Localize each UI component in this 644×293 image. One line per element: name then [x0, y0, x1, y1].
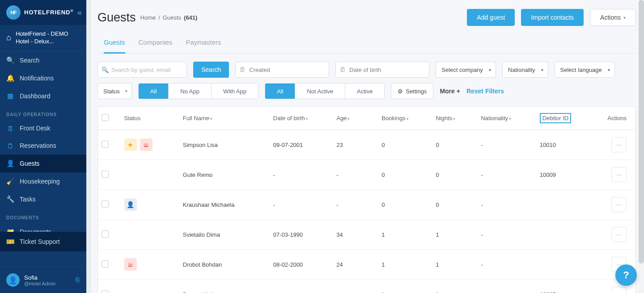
brand-logo[interactable]: HF HOTELFRIEND®	[6, 5, 77, 20]
table-row[interactable]: Gute Remo - - 0 0 - 10009 ⋯	[98, 160, 636, 190]
row-checkbox[interactable]	[102, 260, 109, 268]
seg-with-app[interactable]: With App	[212, 84, 258, 99]
seg-not-active[interactable]: Not Active	[295, 84, 345, 99]
seg-active[interactable]: Active	[345, 84, 384, 99]
language-select[interactable]: Select language	[555, 62, 615, 78]
cell-nights: 0	[432, 130, 477, 160]
tab-companies[interactable]: Companies	[139, 33, 173, 53]
sidebar-item-reservations[interactable]: 🗒 Reservations	[0, 137, 86, 155]
seg-no-app[interactable]: No App	[169, 84, 212, 99]
search-icon: 🔍	[102, 67, 109, 73]
cell-age: 34	[333, 220, 378, 250]
sidebar-item-notifications[interactable]: 🔔 Notifications	[0, 69, 86, 87]
scrollbar-thumb[interactable]	[639, 0, 644, 264]
collapse-sidebar-button[interactable]: «	[77, 8, 82, 17]
cell-debitor: 10009	[536, 160, 595, 190]
cell-nationality: -	[477, 130, 536, 160]
sidebar-item-dashboard[interactable]: ▦ Dashboard	[0, 87, 86, 105]
table-row[interactable]: 👤 Kraushaar Michaela - - 0 0 - ⋯	[98, 190, 636, 220]
row-actions-button[interactable]: ⋯	[611, 137, 627, 152]
sidebar-item-front-desk[interactable]: 🗓 Front Desk	[0, 120, 86, 137]
help-fab[interactable]: ?	[615, 264, 637, 286]
bell-badge-icon: 🛎	[140, 138, 153, 151]
cell-debitor	[536, 250, 595, 280]
select-all-checkbox[interactable]	[102, 114, 109, 121]
col-debitor[interactable]: Debitor ID	[536, 107, 595, 130]
seg-all-app[interactable]: All	[139, 84, 169, 99]
cell-age: 24	[333, 250, 378, 280]
tab-paymasters[interactable]: Paymasters	[186, 33, 221, 53]
tab-guests[interactable]: Guests	[104, 33, 125, 54]
sidebar-item-tasks[interactable]: 🔧 Tasks	[0, 190, 86, 208]
table-row[interactable]: Svietailo Dima 07-03-1990 34 1 1 - ⋯	[98, 220, 636, 250]
cell-debitor	[536, 190, 595, 220]
add-guest-button[interactable]: Add guest	[467, 9, 515, 26]
status-filter[interactable]: Status	[97, 83, 132, 99]
col-dob[interactable]: Date of birth▾	[270, 107, 333, 130]
sidebar-item-label: Guests	[20, 160, 39, 167]
cell-name: Svietailo Dima	[179, 220, 270, 250]
sidebar-item-label: Reservations	[20, 142, 56, 149]
cell-nights: 0	[432, 160, 477, 190]
sidebar-item-label: Housekeeping	[20, 178, 60, 185]
brand-badge: HF	[6, 5, 21, 20]
row-checkbox[interactable]	[102, 141, 109, 148]
nationality-select[interactable]: Nationality	[502, 62, 548, 78]
actions-menu-button[interactable]: Actions ▾	[590, 9, 636, 26]
import-contacts-button[interactable]: Import contacts	[521, 9, 584, 26]
row-actions-button[interactable]: ⋯	[611, 227, 627, 242]
sidebar-item-ticket-support[interactable]: 🎫 Ticket Support	[0, 232, 86, 251]
col-nationality[interactable]: Nationality▾	[477, 107, 536, 130]
col-age[interactable]: Age▾	[333, 107, 378, 130]
logout-icon[interactable]: ⎘	[76, 276, 80, 284]
cell-name: Kraushaar Michaela	[179, 190, 270, 220]
hotel-selector[interactable]: ⌂ HotelFriend - DEMO Hotel - Delux...	[0, 25, 86, 51]
reset-filters-link[interactable]: Reset Filters	[466, 88, 504, 95]
cell-dob: -	[270, 280, 333, 293]
table-row[interactable]: ★🛎 Simpson Lisa 09-07-2001 23 0 0 - 1001…	[98, 130, 636, 160]
row-actions-button[interactable]: ⋯	[611, 197, 627, 212]
seg-all-active[interactable]: All	[265, 84, 295, 99]
row-checkbox[interactable]	[102, 230, 109, 238]
col-nights[interactable]: Nights▾	[432, 107, 477, 130]
search-button[interactable]: Search	[193, 62, 229, 78]
dob-date-input[interactable]	[335, 62, 429, 78]
search-input[interactable]	[97, 62, 187, 78]
sidebar-item-housekeeping[interactable]: 🧹 Housekeeping	[0, 172, 86, 190]
cell-bookings: 0	[378, 160, 432, 190]
table-row[interactable]: 🛎 Drobot Bohdan 08-02-2000 24 1 1 - ⋯	[98, 250, 636, 280]
row-checkbox[interactable]	[102, 290, 109, 293]
cell-nationality: -	[477, 160, 536, 190]
settings-button[interactable]: ⚙ Settings	[391, 83, 433, 99]
crumb-home[interactable]: Home	[140, 14, 156, 21]
col-fullname[interactable]: Full Name▾	[179, 107, 270, 130]
company-select[interactable]: Select company	[436, 62, 496, 78]
cell-nationality: -	[477, 190, 536, 220]
bell-badge-icon: 🛎	[124, 258, 137, 271]
calendar-icon: 🗓	[239, 66, 246, 73]
desk-icon: 🗓	[6, 125, 14, 132]
row-actions-button[interactable]: ⋯	[611, 167, 627, 182]
cell-bookings: 1	[378, 280, 432, 293]
wrench-icon: 🔧	[6, 195, 14, 203]
cell-debitor: 10005	[536, 280, 595, 293]
app-filter-segment: All No App With App	[138, 83, 258, 99]
col-status[interactable]: Status	[121, 107, 179, 130]
gear-icon: ⚙	[398, 88, 403, 95]
cell-bookings: 0	[378, 130, 432, 160]
sidebar-item-label: Notifications	[20, 75, 54, 82]
more-filters-link[interactable]: More +	[440, 88, 460, 95]
cell-dob: -	[270, 160, 333, 190]
cell-name: Burnett Unity	[179, 280, 270, 293]
row-checkbox[interactable]	[102, 171, 109, 178]
table-row[interactable]: Burnett Unity - - 1 1 - 10005 ⋯	[98, 280, 636, 293]
home-icon: ⌂	[6, 33, 11, 42]
sidebar-item-search[interactable]: 🔍 Search	[0, 51, 86, 69]
sidebar-item-guests[interactable]: 👤 Guests	[0, 155, 86, 172]
user-panel[interactable]: 👤 Sofia @Hotel Admin ⎘	[0, 267, 86, 293]
row-checkbox[interactable]	[102, 201, 109, 208]
col-bookings[interactable]: Bookings▾	[378, 107, 432, 130]
row-actions-button[interactable]: ⋯	[611, 287, 627, 293]
created-date-input[interactable]	[235, 62, 329, 78]
page-title: Guests	[97, 11, 136, 25]
